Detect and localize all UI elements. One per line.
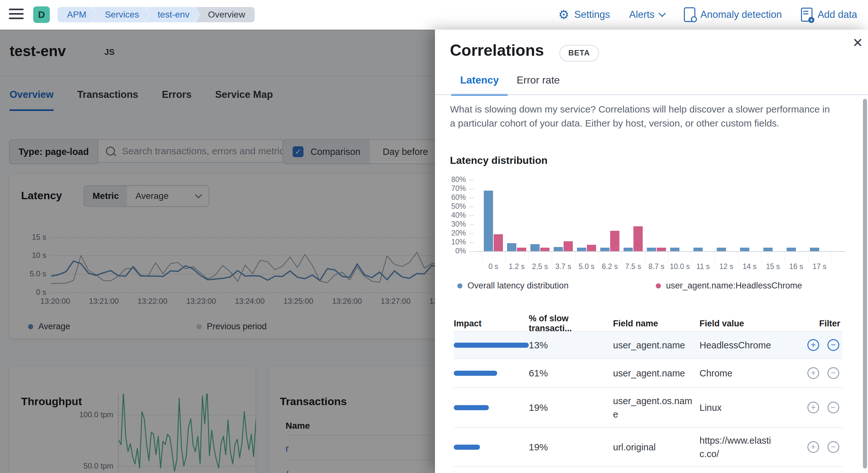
dist-bar-headlesschrome (564, 241, 573, 251)
dist-bar-headlesschrome (494, 234, 503, 251)
filter-exclude-button[interactable]: − (828, 339, 839, 351)
dist-ytick: 30% (450, 220, 466, 229)
dist-bar-overall (647, 248, 656, 251)
add-data-label: Add data (817, 9, 857, 21)
dist-bar-overall (693, 248, 703, 251)
dist-ytick: 40% (450, 211, 466, 219)
dist-bar-overall (600, 248, 610, 251)
alerts-label: Alerts (629, 9, 654, 21)
beta-badge: BETA (559, 45, 599, 62)
pct-value: 61% (529, 368, 613, 379)
table-row[interactable]: 61% user_agent.name Chrome + − (454, 359, 842, 388)
kibana-apm-screen: D APM Services test-env Overview ⚙ Setti… (0, 0, 868, 473)
col-field-value[interactable]: Field value (700, 319, 782, 329)
alerts-dropdown[interactable]: Alerts (629, 9, 665, 21)
filter-include-button[interactable]: + (807, 339, 819, 351)
dist-ytick-mark (469, 251, 474, 252)
settings-button[interactable]: ⚙ Settings (558, 9, 610, 21)
dist-ytick-mark (469, 180, 474, 180)
filter-exclude-button[interactable]: − (828, 367, 839, 379)
breadcrumb-test-env[interactable]: test-env (145, 7, 200, 22)
dist-ytick-mark (469, 189, 474, 189)
correlations-table: Impact % of slow transacti... Field name… (454, 314, 842, 467)
col-field-name[interactable]: Field name (613, 319, 700, 329)
dist-boundary-tick (505, 252, 505, 263)
filter-include-button[interactable]: + (807, 402, 819, 413)
menu-hamburger-icon[interactable] (9, 9, 24, 21)
dist-ytick-mark (469, 207, 474, 207)
col-impact[interactable]: Impact (454, 319, 529, 329)
flyout-title: Correlations (450, 41, 544, 60)
chevron-down-icon (659, 9, 666, 17)
dist-ytick: 70% (450, 184, 466, 193)
dist-ytick-mark (469, 225, 474, 225)
dist-boundary-tick (622, 252, 622, 263)
filter-exclude-button[interactable]: − (828, 441, 839, 453)
filter-include-button[interactable]: + (807, 367, 819, 379)
table-row[interactable]: 13% user_agent.name HeadlessChrome + − (454, 332, 842, 359)
dist-baseline (475, 251, 845, 252)
dist-boundary-tick (482, 252, 482, 263)
pct-value: 19% (529, 402, 613, 413)
col-pct-slow[interactable]: % of slow transacti... (529, 314, 613, 333)
breadcrumb-apm[interactable]: APM (57, 7, 97, 22)
dist-bar-overall (624, 248, 633, 251)
dist-ytick-mark (469, 242, 474, 243)
dist-boundary-tick (715, 252, 715, 263)
table-row[interactable]: 19% url.original https://www.elastic.co/… (454, 428, 842, 467)
dist-bar-overall (810, 248, 819, 251)
dist-bar-overall (577, 248, 586, 251)
divider (435, 94, 868, 95)
dist-ytick: 80% (450, 175, 466, 184)
dist-bar-headlesschrome (657, 248, 666, 251)
dist-boundary-tick (785, 252, 785, 263)
close-icon[interactable]: ✕ (852, 35, 863, 50)
top-navigation-bar: D APM Services test-env Overview ⚙ Setti… (0, 0, 868, 30)
legend-label-headlesschrome: user_agent.name:HeadlessChrome (666, 281, 802, 291)
dist-bar-overall (554, 247, 563, 251)
breadcrumb: APM Services test-env Overview (63, 7, 255, 22)
dist-bar-headlesschrome (517, 248, 526, 251)
space-avatar[interactable]: D (33, 6, 50, 23)
breadcrumb-services[interactable]: Services (92, 7, 150, 22)
anomaly-detection-button[interactable]: Anomaly detection (684, 7, 782, 22)
table-row[interactable]: 19% user_agent.os.name Linux + − (454, 388, 842, 428)
latency-distribution-chart[interactable]: 0%10%20%30%40%50%60%70%80%0 s1.2 s2.5 s3… (450, 170, 855, 275)
flyout-overlay-mask[interactable] (0, 30, 435, 473)
filter-include-button[interactable]: + (807, 441, 819, 453)
dist-legend-headlesschrome[interactable]: user_agent.name:HeadlessChrome (656, 281, 802, 291)
field-name: user_agent.os.name (613, 394, 700, 421)
dist-ytick: 20% (450, 229, 466, 237)
field-name: url.original (613, 440, 700, 454)
dist-bar-overall (670, 248, 679, 251)
dist-ytick-mark (469, 215, 474, 216)
field-value: Chrome (700, 367, 782, 380)
anomaly-detection-icon (684, 7, 695, 22)
dist-bar-overall (484, 191, 493, 251)
breadcrumb-overview: Overview (195, 7, 255, 22)
dist-bar-headlesschrome (633, 226, 643, 251)
dist-legend-overall[interactable]: Overall latency distribution (457, 281, 569, 291)
header-actions: ⚙ Settings Alerts Anomaly detection Add … (558, 0, 858, 29)
dist-boundary-tick (691, 252, 692, 263)
anomaly-detection-label: Anomaly detection (701, 9, 782, 21)
field-value: HeadlessChrome (700, 338, 782, 352)
field-value: https://www.elastic.co/ (700, 434, 782, 461)
filter-exclude-button[interactable]: − (828, 402, 839, 413)
dist-bar-overall (740, 248, 749, 251)
dist-ytick-mark (469, 233, 474, 234)
add-data-button[interactable]: Add data (801, 8, 857, 22)
flyout-tab-error-rate[interactable]: Error rate (508, 68, 569, 94)
legend-label-overall: Overall latency distribution (467, 281, 569, 291)
flyout-tab-latency[interactable]: Latency (451, 68, 508, 96)
settings-label: Settings (575, 9, 610, 21)
flyout-scrollbar[interactable] (863, 99, 867, 469)
dist-bar-overall (763, 248, 773, 251)
dist-boundary-tick (528, 252, 529, 263)
field-name: user_agent.name (613, 367, 700, 380)
dist-boundary-tick (552, 252, 552, 263)
dist-bar-overall (786, 248, 796, 251)
dist-boundary-tick (762, 252, 762, 263)
dist-bar-overall (530, 244, 539, 251)
dist-bar-overall (717, 248, 726, 251)
